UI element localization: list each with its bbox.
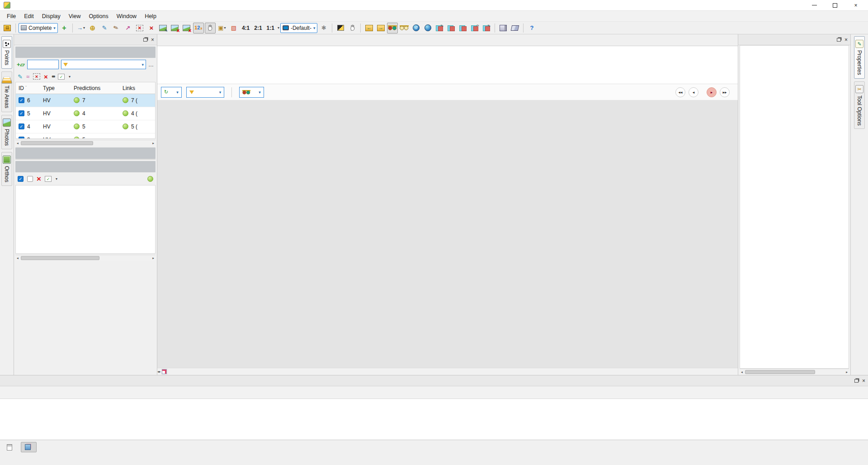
checkbox-checked-icon[interactable]: ✓ — [19, 137, 24, 139]
contrast-icon[interactable] — [335, 23, 346, 33]
float-panel-icon[interactable] — [143, 38, 147, 42]
menu-view[interactable]: View — [65, 12, 85, 21]
checkbox-checked-icon[interactable]: ✓ — [19, 123, 24, 129]
menu-edit[interactable]: Edit — [20, 12, 38, 21]
zoom-2-1[interactable]: 2:1 — [252, 24, 264, 32]
checkbox-checked-icon[interactable]: ✓ — [19, 110, 24, 116]
delete-area-icon[interactable]: × — [134, 23, 145, 33]
measure-icon[interactable]: ✎ — [18, 74, 23, 80]
next-page-button[interactable]: ▸ — [707, 87, 717, 97]
close-panel-icon[interactable]: × — [151, 37, 154, 43]
image-points-hscrollbar[interactable]: ◂▸ — [15, 255, 156, 261]
sidebar-tab-points[interactable]: Points — [1, 36, 12, 69]
prev-photo-icon[interactable]: ← — [363, 23, 374, 33]
point-id-input[interactable] — [27, 60, 59, 69]
checklist-icon[interactable]: ✓ — [58, 74, 65, 80]
anaglyph-glasses-icon[interactable] — [387, 23, 398, 33]
filter-all-select[interactable]: ▾ — [186, 87, 225, 98]
grab-check-icon[interactable] — [347, 23, 358, 33]
sidebar-tab-tool-options[interactable]: ✂Tool Options — [854, 81, 865, 129]
zoom-gcp-icon[interactable]: ▧ — [228, 23, 239, 33]
delete-image-points-icon[interactable] — [170, 23, 180, 33]
delete-area-icon[interactable]: × — [33, 73, 40, 80]
col-type[interactable]: Type — [43, 85, 71, 91]
checklist-icon[interactable]: ✓ — [45, 176, 52, 182]
delete-image-icon[interactable] — [181, 23, 192, 33]
pan-tool[interactable] — [205, 23, 216, 33]
import-photo-icon[interactable]: →▾ — [75, 23, 86, 33]
first-page-button[interactable]: ◂◂ — [675, 87, 685, 97]
pair-icon-3[interactable] — [458, 23, 468, 33]
strips-icon[interactable] — [509, 23, 520, 33]
menu-help[interactable]: Help — [141, 12, 160, 21]
menu-options[interactable]: Options — [85, 12, 113, 21]
sidebar-tab-photos[interactable]: Photos — [1, 115, 12, 149]
zoom-4-1[interactable]: 4:1 — [240, 24, 251, 32]
delete-point-icon[interactable]: × — [146, 23, 157, 33]
detach-view-icon[interactable] — [161, 368, 168, 375]
float-panel-icon[interactable] — [854, 379, 859, 383]
pair-rotate-icon-5[interactable]: ↷ — [481, 23, 492, 33]
close-button[interactable]: × — [845, 0, 866, 10]
menu-display[interactable]: Display — [38, 12, 65, 21]
last-page-button[interactable]: ▸▸ — [720, 87, 730, 97]
close-panel-icon[interactable]: × — [844, 37, 848, 43]
whats-this-icon[interactable]: ? — [526, 23, 537, 33]
blocks-icon[interactable] — [498, 23, 509, 33]
find-icon[interactable]: ●● — [52, 74, 54, 79]
point-list-hscrollbar[interactable]: ◂▸ — [15, 140, 156, 146]
select-all-checkbox[interactable]: ✓ — [18, 176, 24, 182]
point-id-toggle[interactable]: 12₃ — [193, 23, 204, 33]
mono-glasses-icon[interactable] — [399, 23, 410, 33]
float-panel-icon[interactable] — [837, 38, 841, 42]
pair-rotate-icon-4[interactable]: ↶ — [469, 23, 480, 33]
col-id[interactable]: ID ˇ — [19, 85, 40, 91]
globe-reset-icon[interactable]: ↺ — [410, 23, 421, 33]
measure-point-icon[interactable]: ✎ — [99, 23, 110, 33]
col-links[interactable]: Links — [123, 85, 135, 91]
table-row[interactable]: ✓3HV5 — [16, 133, 155, 139]
cursor-options-icon[interactable]: ✱ — [318, 23, 329, 33]
pair-icon-2[interactable] — [446, 23, 457, 33]
minimize-button[interactable] — [804, 0, 825, 10]
col-predictions[interactable]: Predictions — [74, 85, 120, 91]
auto-renew-select[interactable]: ↻ ▾ — [161, 87, 182, 98]
photo-select[interactable]: ▾ — [239, 87, 264, 98]
menu-window[interactable]: Window — [113, 12, 141, 21]
select-none-checkbox[interactable] — [27, 176, 33, 182]
table-row[interactable]: ✓5HV44 ( — [16, 107, 155, 120]
save-icon[interactable]: ▤ — [2, 23, 13, 33]
pair-rotate-icon-1[interactable]: ↷ — [434, 23, 445, 33]
properties-hscrollbar[interactable]: ◂▸ — [740, 369, 849, 375]
stereo-hscrollbar[interactable]: ◂▸ — [157, 368, 738, 375]
polyline-icon[interactable]: ≈ — [26, 74, 29, 80]
table-row[interactable]: ✓4HV55 ( — [16, 120, 155, 133]
maximize-button[interactable] — [825, 0, 845, 10]
prev-page-button[interactable]: ◂ — [689, 87, 698, 97]
menu-file[interactable]: File — [3, 12, 20, 21]
sidebar-tab-tie-areas[interactable]: Tie Areas — [1, 71, 12, 112]
point-filter-select[interactable]: ▾ — [61, 60, 146, 69]
move-point-icon[interactable]: ↗ — [123, 23, 133, 33]
sidebar-tab-orthos[interactable]: Orthos — [1, 152, 12, 186]
gcp-orientation-icon[interactable]: ⊕ — [87, 23, 98, 33]
output-log-button[interactable] — [3, 442, 18, 453]
mode-select[interactable]: Complete▾ — [19, 23, 58, 33]
delete-image-point-icon[interactable]: × — [37, 175, 41, 183]
globe-icon[interactable] — [422, 23, 433, 33]
more-options-button[interactable]: … — [148, 62, 154, 68]
add-icon[interactable]: + — [59, 23, 70, 33]
close-panel-icon[interactable]: × — [862, 378, 865, 384]
zoom-1-1[interactable]: 1:1 — [265, 24, 276, 32]
delete-point-icon[interactable]: × — [44, 73, 48, 80]
sketch-point-icon[interactable]: ✎ — [111, 23, 122, 33]
next-photo-icon[interactable]: → — [375, 23, 386, 33]
checkbox-checked-icon[interactable]: ✓ — [19, 97, 24, 103]
show-image-icon[interactable] — [158, 23, 169, 33]
new-point-icon[interactable]: +▱ — [17, 62, 25, 67]
table-row[interactable]: ✓6HV77 ( — [16, 94, 155, 107]
statistics-button[interactable] — [21, 442, 37, 452]
view-select[interactable]: -Default-▾ — [280, 23, 318, 33]
sidebar-tab-properties[interactable]: ✎Properties — [854, 36, 865, 79]
zoom-window-icon[interactable]: ▣▾ — [217, 23, 227, 33]
